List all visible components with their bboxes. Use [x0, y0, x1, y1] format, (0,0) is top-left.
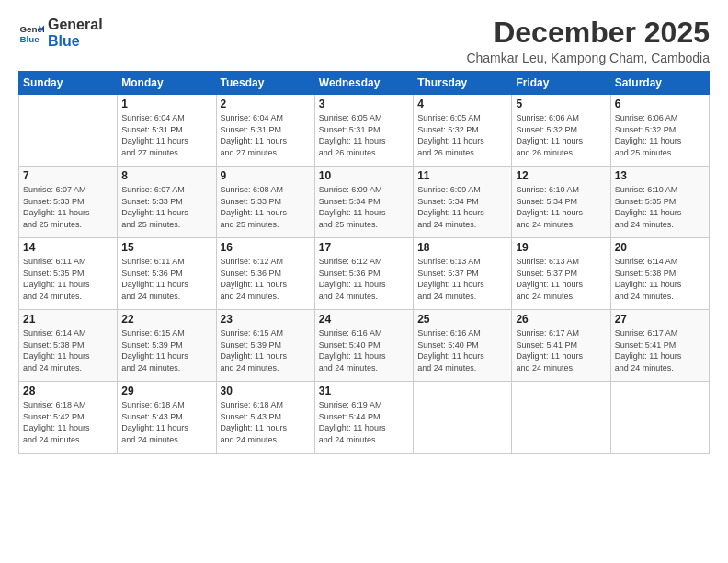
day-number: 25 [417, 313, 507, 326]
day-number: 3 [319, 98, 409, 110]
day-info: Sunrise: 6:16 AM Sunset: 5:40 PM Dayligh… [417, 327, 507, 373]
day-info: Sunrise: 6:15 AM Sunset: 5:39 PM Dayligh… [121, 327, 211, 373]
table-row [512, 382, 610, 454]
day-info: Sunrise: 6:09 AM Sunset: 5:34 PM Dayligh… [417, 184, 507, 230]
day-number: 24 [319, 313, 409, 326]
col-wednesday: Wednesday [314, 72, 413, 95]
subtitle: Chamkar Leu, Kampong Cham, Cambodia [466, 51, 710, 65]
table-row: 29Sunrise: 6:18 AM Sunset: 5:43 PM Dayli… [118, 382, 216, 454]
day-number: 5 [516, 98, 606, 110]
day-info: Sunrise: 6:06 AM Sunset: 5:32 PM Dayligh… [615, 112, 705, 158]
table-row: 21Sunrise: 6:14 AM Sunset: 5:38 PM Dayli… [19, 310, 118, 382]
day-info: Sunrise: 6:16 AM Sunset: 5:40 PM Dayligh… [319, 327, 409, 373]
day-info: Sunrise: 6:19 AM Sunset: 5:44 PM Dayligh… [319, 399, 409, 445]
day-number: 11 [417, 169, 507, 182]
day-number: 28 [23, 385, 113, 397]
day-number: 16 [221, 241, 311, 254]
month-title: December 2025 [466, 17, 710, 49]
day-info: Sunrise: 6:07 AM Sunset: 5:33 PM Dayligh… [121, 184, 211, 230]
day-number: 2 [221, 98, 311, 110]
day-info: Sunrise: 6:10 AM Sunset: 5:35 PM Dayligh… [615, 184, 705, 230]
day-number: 17 [319, 241, 409, 254]
table-row [610, 382, 709, 454]
day-info: Sunrise: 6:11 AM Sunset: 5:36 PM Dayligh… [121, 256, 211, 302]
day-number: 12 [516, 169, 606, 182]
calendar-week-1: 1Sunrise: 6:04 AM Sunset: 5:31 PM Daylig… [19, 95, 710, 167]
day-number: 23 [221, 313, 311, 326]
calendar-table: Sunday Monday Tuesday Wednesday Thursday… [18, 71, 710, 454]
day-info: Sunrise: 6:13 AM Sunset: 5:37 PM Dayligh… [417, 256, 507, 302]
day-info: Sunrise: 6:09 AM Sunset: 5:34 PM Dayligh… [319, 184, 409, 230]
day-info: Sunrise: 6:12 AM Sunset: 5:36 PM Dayligh… [221, 256, 311, 302]
col-monday: Monday [118, 72, 216, 95]
day-info: Sunrise: 6:04 AM Sunset: 5:31 PM Dayligh… [221, 112, 311, 158]
table-row: 9Sunrise: 6:08 AM Sunset: 5:33 PM Daylig… [216, 167, 314, 238]
day-info: Sunrise: 6:06 AM Sunset: 5:32 PM Dayligh… [516, 112, 606, 158]
col-thursday: Thursday [414, 72, 512, 95]
day-info: Sunrise: 6:17 AM Sunset: 5:41 PM Dayligh… [615, 327, 705, 373]
day-info: Sunrise: 6:15 AM Sunset: 5:39 PM Dayligh… [221, 327, 311, 373]
day-info: Sunrise: 6:05 AM Sunset: 5:31 PM Dayligh… [319, 112, 409, 158]
day-number: 14 [23, 241, 113, 254]
day-number: 1 [121, 98, 211, 110]
table-row: 14Sunrise: 6:11 AM Sunset: 5:35 PM Dayli… [19, 238, 118, 310]
col-saturday: Saturday [610, 72, 709, 95]
day-number: 19 [516, 241, 606, 254]
logo-icon: General Blue [18, 20, 44, 46]
table-row: 15Sunrise: 6:11 AM Sunset: 5:36 PM Dayli… [118, 238, 216, 310]
table-row: 24Sunrise: 6:16 AM Sunset: 5:40 PM Dayli… [314, 310, 413, 382]
table-row: 3Sunrise: 6:05 AM Sunset: 5:31 PM Daylig… [314, 95, 413, 167]
table-row: 18Sunrise: 6:13 AM Sunset: 5:37 PM Dayli… [414, 238, 512, 310]
day-number: 15 [121, 241, 211, 254]
day-number: 30 [221, 385, 311, 397]
day-info: Sunrise: 6:11 AM Sunset: 5:35 PM Dayligh… [23, 256, 113, 302]
logo-general: General [48, 17, 103, 33]
col-sunday: Sunday [19, 72, 118, 95]
calendar-header-row: Sunday Monday Tuesday Wednesday Thursday… [19, 72, 710, 95]
table-row: 31Sunrise: 6:19 AM Sunset: 5:44 PM Dayli… [314, 382, 413, 454]
table-row: 7Sunrise: 6:07 AM Sunset: 5:33 PM Daylig… [19, 167, 118, 238]
table-row: 27Sunrise: 6:17 AM Sunset: 5:41 PM Dayli… [610, 310, 709, 382]
logo-blue: Blue [48, 33, 103, 50]
day-info: Sunrise: 6:17 AM Sunset: 5:41 PM Dayligh… [516, 327, 606, 373]
day-number: 31 [319, 385, 409, 397]
day-number: 27 [615, 313, 705, 326]
table-row: 13Sunrise: 6:10 AM Sunset: 5:35 PM Dayli… [610, 167, 709, 238]
day-number: 8 [121, 169, 211, 182]
table-row: 8Sunrise: 6:07 AM Sunset: 5:33 PM Daylig… [118, 167, 216, 238]
col-friday: Friday [512, 72, 610, 95]
day-info: Sunrise: 6:05 AM Sunset: 5:32 PM Dayligh… [417, 112, 507, 158]
table-row: 30Sunrise: 6:18 AM Sunset: 5:43 PM Dayli… [216, 382, 314, 454]
table-row: 1Sunrise: 6:04 AM Sunset: 5:31 PM Daylig… [118, 95, 216, 167]
table-row: 10Sunrise: 6:09 AM Sunset: 5:34 PM Dayli… [314, 167, 413, 238]
table-row: 25Sunrise: 6:16 AM Sunset: 5:40 PM Dayli… [414, 310, 512, 382]
day-info: Sunrise: 6:08 AM Sunset: 5:33 PM Dayligh… [221, 184, 311, 230]
day-number: 26 [516, 313, 606, 326]
table-row: 6Sunrise: 6:06 AM Sunset: 5:32 PM Daylig… [610, 95, 709, 167]
logo: General Blue General Blue [18, 17, 103, 49]
col-tuesday: Tuesday [216, 72, 314, 95]
day-number: 9 [221, 169, 311, 182]
table-row [414, 382, 512, 454]
day-info: Sunrise: 6:18 AM Sunset: 5:42 PM Dayligh… [23, 399, 113, 445]
day-info: Sunrise: 6:14 AM Sunset: 5:38 PM Dayligh… [23, 327, 113, 373]
calendar-week-3: 14Sunrise: 6:11 AM Sunset: 5:35 PM Dayli… [19, 238, 710, 310]
day-info: Sunrise: 6:04 AM Sunset: 5:31 PM Dayligh… [121, 112, 211, 158]
day-number: 13 [615, 169, 705, 182]
day-number: 4 [417, 98, 507, 110]
day-info: Sunrise: 6:13 AM Sunset: 5:37 PM Dayligh… [516, 256, 606, 302]
day-info: Sunrise: 6:18 AM Sunset: 5:43 PM Dayligh… [221, 399, 311, 445]
day-info: Sunrise: 6:07 AM Sunset: 5:33 PM Dayligh… [23, 184, 113, 230]
page: General Blue General Blue December 2025 … [0, 0, 728, 563]
day-info: Sunrise: 6:12 AM Sunset: 5:36 PM Dayligh… [319, 256, 409, 302]
table-row: 23Sunrise: 6:15 AM Sunset: 5:39 PM Dayli… [216, 310, 314, 382]
day-number: 18 [417, 241, 507, 254]
day-info: Sunrise: 6:18 AM Sunset: 5:43 PM Dayligh… [121, 399, 211, 445]
calendar-week-2: 7Sunrise: 6:07 AM Sunset: 5:33 PM Daylig… [19, 167, 710, 238]
table-row: 26Sunrise: 6:17 AM Sunset: 5:41 PM Dayli… [512, 310, 610, 382]
table-row: 4Sunrise: 6:05 AM Sunset: 5:32 PM Daylig… [414, 95, 512, 167]
table-row: 11Sunrise: 6:09 AM Sunset: 5:34 PM Dayli… [414, 167, 512, 238]
day-number: 7 [23, 169, 113, 182]
day-number: 29 [121, 385, 211, 397]
table-row: 17Sunrise: 6:12 AM Sunset: 5:36 PM Dayli… [314, 238, 413, 310]
